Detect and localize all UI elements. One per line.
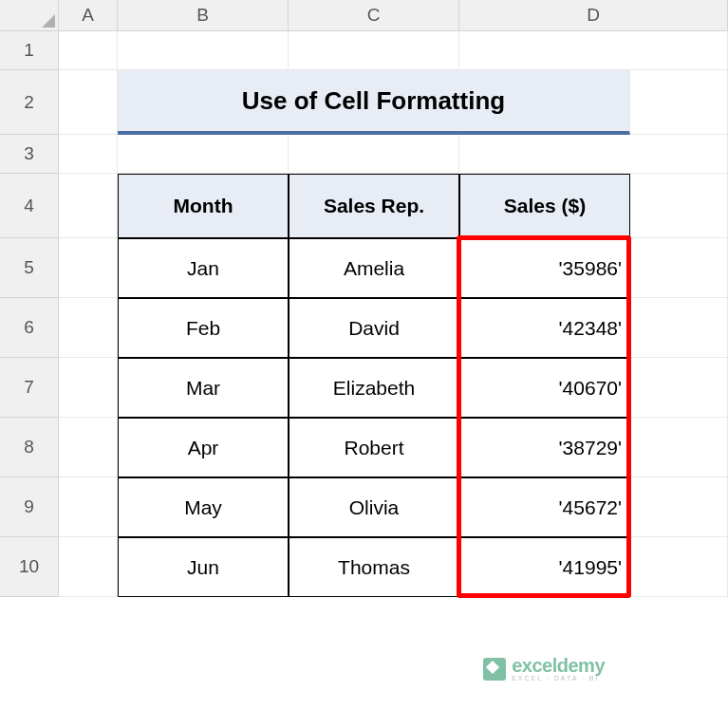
cell-e8[interactable] [630, 418, 728, 477]
row-headers-column: 12345678910 [0, 31, 59, 597]
header-month[interactable]: Month [118, 174, 289, 238]
cell-c1[interactable] [289, 31, 459, 70]
cell-e5[interactable] [630, 238, 728, 298]
row-header-9[interactable]: 9 [0, 477, 59, 537]
cell-month-4[interactable]: Apr [118, 418, 289, 477]
column-header-b[interactable]: B [118, 0, 289, 31]
cell-rep-2[interactable]: David [289, 298, 459, 358]
watermark-icon [483, 658, 506, 681]
cell-a4[interactable] [59, 174, 118, 238]
header-rep[interactable]: Sales Rep. [289, 174, 459, 238]
column-header-c[interactable]: C [289, 0, 459, 31]
cell-sales-3[interactable]: '40670' [459, 358, 630, 418]
cell-a5[interactable] [59, 238, 118, 298]
watermark-main: exceldemy [512, 656, 605, 675]
title-cell[interactable]: Use of Cell Formatting [118, 70, 630, 135]
cells-area: Use of Cell FormattingMonthSales Rep.Sal… [59, 31, 728, 597]
cell-sales-6[interactable]: '41995' [459, 537, 630, 597]
cell-month-5[interactable]: May [118, 477, 289, 537]
cell-e10[interactable] [630, 537, 728, 597]
row-header-5[interactable]: 5 [0, 238, 59, 298]
header-sales[interactable]: Sales ($) [459, 174, 630, 238]
watermark-text: exceldemy EXCEL · DATA · BI [512, 656, 605, 682]
row-header-8[interactable]: 8 [0, 418, 59, 477]
cell-rep-5[interactable]: Olivia [289, 477, 459, 537]
column-header-d[interactable]: D [459, 0, 728, 31]
cell-a8[interactable] [59, 418, 118, 477]
cell-a2[interactable] [59, 70, 118, 135]
select-all-button[interactable] [0, 0, 59, 31]
cell-month-6[interactable]: Jun [118, 537, 289, 597]
cell-a3[interactable] [59, 135, 118, 174]
row-header-3[interactable]: 3 [0, 135, 59, 174]
column-header-a[interactable]: A [59, 0, 118, 31]
row-header-1[interactable]: 1 [0, 31, 59, 70]
cell-rep-3[interactable]: Elizabeth [289, 358, 459, 418]
cell-month-1[interactable]: Jan [118, 238, 289, 298]
row-header-2[interactable]: 2 [0, 70, 59, 135]
spreadsheet: ABCD 12345678910 Use of Cell FormattingM… [0, 0, 728, 710]
watermark: exceldemy EXCEL · DATA · BI [483, 656, 605, 682]
cell-c3[interactable] [289, 135, 459, 174]
cell-month-3[interactable]: Mar [118, 358, 289, 418]
cell-rep-6[interactable]: Thomas [289, 537, 459, 597]
cell-a9[interactable] [59, 477, 118, 537]
row-header-7[interactable]: 7 [0, 358, 59, 418]
cell-b3[interactable] [118, 135, 289, 174]
cell-a6[interactable] [59, 298, 118, 358]
watermark-sub: EXCEL · DATA · BI [512, 675, 605, 682]
cell-e4[interactable] [630, 174, 728, 238]
cell-a10[interactable] [59, 537, 118, 597]
column-headers-row: ABCD [59, 0, 728, 31]
row-header-6[interactable]: 6 [0, 298, 59, 358]
cell-sales-2[interactable]: '42348' [459, 298, 630, 358]
cell-a1[interactable] [59, 31, 118, 70]
cell-sales-4[interactable]: '38729' [459, 418, 630, 477]
cell-e7[interactable] [630, 358, 728, 418]
cell-rep-1[interactable]: Amelia [289, 238, 459, 298]
cell-e2[interactable] [630, 70, 728, 135]
cell-month-2[interactable]: Feb [118, 298, 289, 358]
cell-d1[interactable] [459, 31, 728, 70]
cell-d3[interactable] [459, 135, 728, 174]
row-header-4[interactable]: 4 [0, 174, 59, 238]
cell-sales-1[interactable]: '35986' [459, 238, 630, 298]
cell-e6[interactable] [630, 298, 728, 358]
cell-sales-5[interactable]: '45672' [459, 477, 630, 537]
row-header-10[interactable]: 10 [0, 537, 59, 597]
cell-rep-4[interactable]: Robert [289, 418, 459, 477]
cell-a7[interactable] [59, 358, 118, 418]
cell-e9[interactable] [630, 477, 728, 537]
cell-b1[interactable] [118, 31, 289, 70]
